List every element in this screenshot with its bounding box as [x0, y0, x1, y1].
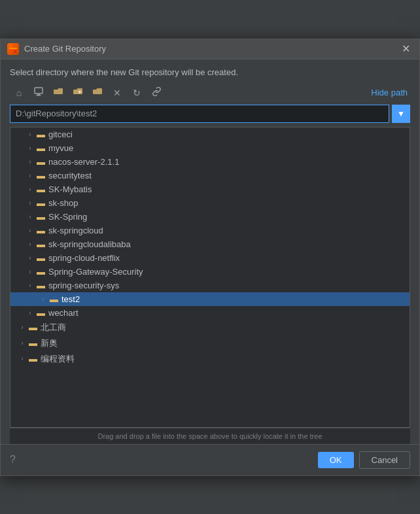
item-label: SK-Spring: [48, 212, 87, 222]
close-button[interactable]: ✕: [399, 44, 413, 54]
svg-text:+: +: [78, 89, 81, 95]
tree-item[interactable]: › ▬ myvue: [10, 141, 410, 155]
item-label: nacos-server-2.1.1: [48, 157, 119, 167]
tree-item[interactable]: › ▬ gitceci: [10, 128, 410, 141]
item-label: 编程资料: [41, 353, 75, 365]
svg-rect-0: [9, 48, 17, 49]
chevron-icon: ›: [24, 268, 37, 275]
folder-icon: ▬: [37, 143, 45, 153]
item-label: 新奥: [41, 337, 58, 349]
tree-item[interactable]: › ▬ SK-Mybatis: [10, 182, 410, 196]
dialog-footer: ? OK Cancel: [1, 444, 419, 475]
tree-item[interactable]: › ▬ spring-cloud-netflix: [10, 251, 410, 265]
folder-up-button[interactable]: ↑: [49, 85, 67, 101]
create-git-repository-dialog: Create Git Repository ✕ Select directory…: [0, 39, 420, 476]
path-row: ▼: [10, 105, 410, 123]
item-label: sk-springcloudalibaba: [48, 239, 131, 249]
refresh-button[interactable]: ↻: [128, 85, 146, 101]
folder-icon: ▬: [37, 226, 45, 235]
tree-item[interactable]: › ▬ sk-springcloudalibaba: [10, 237, 410, 251]
tree-item[interactable]: › ▬ 编程资料: [10, 351, 410, 367]
chevron-icon: ›: [24, 131, 37, 138]
chevron-icon: ›: [24, 241, 37, 248]
folder-icon: ▬: [37, 198, 45, 208]
link-icon: [152, 87, 162, 98]
item-label: SK-Mybatis: [48, 184, 92, 194]
tree-item[interactable]: › ▬ 北工商: [10, 320, 410, 335]
folder-icon: ▬: [29, 322, 37, 332]
svg-rect-4: [35, 88, 43, 94]
folder-icon: ▬: [37, 184, 45, 194]
description-text: Select directory where the new Git repos…: [10, 67, 410, 77]
folder-icon: ▬: [37, 212, 45, 222]
hide-path-button[interactable]: Hide path: [368, 86, 410, 99]
chevron-icon: ›: [24, 199, 37, 207]
chevron-icon: ›: [24, 213, 37, 220]
delete-icon: ✕: [113, 88, 121, 98]
desktop-button[interactable]: [29, 85, 48, 101]
chevron-icon: ›: [24, 309, 37, 317]
folder-icon: ▬: [37, 308, 45, 318]
tree-item-selected[interactable]: › ▬ test2: [10, 292, 410, 306]
tree-item[interactable]: › ▬ sk-shop: [10, 196, 410, 210]
folder-icon: ▬: [37, 157, 45, 167]
folder-icon: ▬: [29, 354, 37, 364]
title-bar-left: Create Git Repository: [7, 43, 106, 55]
item-label: myvue: [48, 143, 73, 153]
path-dropdown-button[interactable]: ▼: [392, 105, 410, 123]
chevron-icon: ›: [24, 254, 37, 262]
chevron-icon: ›: [24, 145, 37, 152]
drag-hint-text: Drag and drop a file into the space abov…: [10, 428, 410, 444]
toolbar-left: ⌂ ↑: [10, 85, 166, 101]
tree-item[interactable]: › ▬ spring-security-sys: [10, 279, 410, 292]
chevron-icon: ›: [37, 296, 50, 303]
folder-up-icon: ↑: [54, 87, 63, 98]
folder-icon: ▬: [37, 129, 45, 139]
svg-rect-6: [36, 95, 41, 96]
toolbar: ⌂ ↑: [10, 85, 410, 101]
delete-button[interactable]: ✕: [108, 85, 126, 101]
item-label: test2: [61, 294, 80, 304]
chevron-icon: ›: [24, 227, 37, 234]
home-button[interactable]: ⌂: [10, 85, 28, 101]
item-label: Spring-Gateway-Security: [48, 267, 143, 277]
folder-icon: ▬: [37, 267, 45, 277]
ok-button[interactable]: OK: [318, 452, 354, 468]
svg-text:↗: ↗: [96, 90, 100, 94]
folder-link-icon: ↗: [93, 87, 103, 98]
help-button[interactable]: ?: [10, 454, 16, 466]
tree-item[interactable]: › ▬ sk-springcloud: [10, 224, 410, 237]
svg-point-2: [10, 45, 12, 48]
folder-icon: ▬: [50, 294, 58, 304]
folder-icon: ▬: [37, 239, 45, 249]
dialog-title: Create Git Repository: [24, 44, 106, 54]
refresh-icon: ↻: [133, 88, 141, 98]
tree-item[interactable]: › ▬ 新奥: [10, 335, 410, 351]
cancel-button[interactable]: Cancel: [359, 451, 410, 469]
folder-icon: ▬: [37, 281, 45, 290]
folder-icon: ▬: [37, 253, 45, 263]
chevron-icon: ›: [24, 172, 37, 179]
app-icon: [7, 43, 19, 55]
item-label: wechart: [48, 308, 79, 318]
file-tree[interactable]: › ▬ gitceci › ▬ myvue › ▬ nacos-server-2…: [10, 127, 410, 428]
home-icon: ⌂: [16, 88, 22, 98]
path-input[interactable]: [10, 105, 389, 123]
chevron-icon: ›: [16, 324, 29, 331]
title-bar: Create Git Repository ✕: [1, 39, 419, 60]
folder-link-button[interactable]: ↗: [88, 85, 107, 101]
tree-item[interactable]: › ▬ wechart: [10, 306, 410, 320]
chevron-icon: ›: [16, 339, 29, 347]
folder-icon: ▬: [37, 171, 45, 180]
item-label: 北工商: [41, 322, 66, 334]
chevron-icon: ›: [24, 158, 37, 165]
tree-item[interactable]: › ▬ SK-Spring: [10, 210, 410, 224]
new-folder-button[interactable]: +: [69, 85, 87, 101]
tree-item[interactable]: › ▬ Spring-Gateway-Security: [10, 265, 410, 279]
tree-item[interactable]: › ▬ nacos-server-2.1.1: [10, 155, 410, 169]
chevron-icon: ›: [24, 186, 37, 193]
tree-item[interactable]: › ▬ securitytest: [10, 169, 410, 182]
link-button[interactable]: [147, 85, 166, 101]
item-label: gitceci: [48, 129, 73, 139]
item-label: spring-cloud-netflix: [48, 253, 120, 263]
